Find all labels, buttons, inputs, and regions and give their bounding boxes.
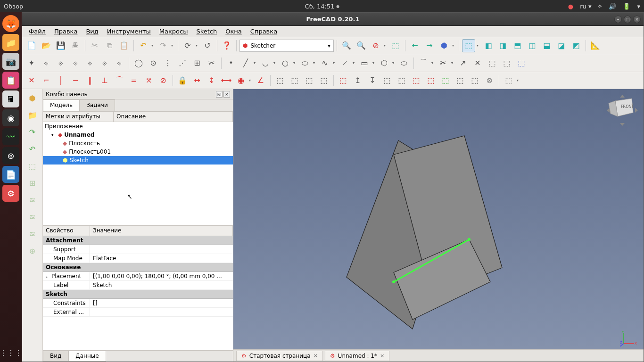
rail-link[interactable]: ⬚ [25, 159, 40, 173]
prop-header-key[interactable]: Свойство [43, 226, 90, 236]
prop-tab-view[interactable]: Вид [43, 351, 68, 362]
battery-icon[interactable]: 🔋 [623, 3, 630, 10]
rail-b4[interactable]: ⊕ [25, 244, 40, 258]
tree-item-plane1[interactable]: ◆Плоскость [43, 139, 233, 148]
menu-help[interactable]: Справка [247, 27, 281, 36]
geo-slot[interactable]: ⬭ [397, 57, 411, 70]
menu-macros[interactable]: Макросы [156, 27, 192, 36]
tree-doc-row[interactable]: ▾◆Unnamed [43, 131, 233, 139]
combo-tab-tasks[interactable]: Задачи [79, 99, 115, 111]
rail-group[interactable]: ⊞ [25, 176, 40, 190]
sk-tool-4[interactable]: ⟐ [69, 57, 82, 70]
sk-tool-9[interactable]: ⊙ [147, 57, 160, 70]
con-distx[interactable]: ↔ [190, 74, 204, 87]
window-close[interactable]: × [633, 16, 641, 23]
workbench-selector[interactable]: ⬢ Sketcher ▾ [239, 40, 334, 52]
nav-fwd-button[interactable]: → [423, 39, 436, 52]
clock[interactable]: Сб, 14:51 [305, 3, 339, 10]
view-front-button[interactable]: ◨ [496, 39, 510, 52]
geo-polygon[interactable]: ⬡ [378, 57, 391, 70]
combo-tab-model[interactable]: Модель [43, 99, 80, 111]
sk-validate-1[interactable]: ⬚ [410, 74, 423, 87]
view-iso-button[interactable]: ⬚ [462, 39, 475, 52]
geo-carbon[interactable]: ⬚ [500, 57, 513, 70]
view-right-button[interactable]: ◫ [526, 39, 539, 52]
menu-tools[interactable]: Инструменты [103, 27, 155, 36]
con-lock[interactable]: 🔒 [176, 74, 189, 87]
combo-dock-button[interactable]: ◱ [216, 91, 223, 98]
screen-record-icon[interactable]: ● [568, 3, 573, 10]
geo-split[interactable]: ✕ [471, 57, 484, 70]
rail-b2[interactable]: ≋ [25, 210, 40, 224]
tree-header-labels[interactable]: Метки и атрибуты [43, 112, 114, 122]
geo-circle[interactable]: ○ [279, 57, 292, 70]
sk-view-2[interactable]: ⬚ [288, 74, 301, 87]
bbox-button[interactable]: ⬚ [389, 39, 402, 52]
prop-external[interactable]: External ... [43, 308, 233, 317]
sk-tool-10[interactable]: ⋮ [161, 57, 174, 70]
rail-b1[interactable]: ≋ [25, 193, 40, 207]
sk-tool-7[interactable]: ⟐ [113, 57, 126, 70]
view-top-button[interactable]: ⬒ [511, 39, 524, 52]
cut-button[interactable]: ✂ [88, 39, 101, 52]
sk-edit-1[interactable]: ⬚ [337, 74, 350, 87]
con-point-on[interactable]: ⌐ [40, 74, 53, 87]
undo-button[interactable]: ↶ [137, 39, 150, 52]
sk-validate-3[interactable]: ⬚ [439, 74, 452, 87]
prop-header-val[interactable]: Значение [90, 226, 233, 236]
tree-header-desc[interactable]: Описание [114, 112, 233, 122]
con-angle[interactable]: ∠ [254, 74, 267, 87]
sk-edit-3[interactable]: ↧ [366, 74, 379, 87]
rail-part[interactable]: ⬢ [25, 91, 40, 105]
rail-import[interactable]: ↷ [25, 125, 40, 139]
sk-view-3[interactable]: ⬚ [303, 74, 316, 87]
close-icon[interactable]: × [314, 353, 318, 359]
close-icon[interactable]: × [380, 353, 384, 359]
view-left-button[interactable]: ◩ [570, 39, 583, 52]
link-nav-button[interactable]: ⬢ [438, 39, 451, 52]
geo-bspline[interactable]: ∿ [318, 57, 331, 70]
tree-app-row[interactable]: Приложение [43, 122, 233, 131]
zoom-sel-button[interactable]: 🔍 [355, 39, 368, 52]
sk-validate-4[interactable]: ⬚ [454, 74, 467, 87]
doc-tab-start[interactable]: ⚙Стартовая страница× [236, 351, 323, 361]
dock-obs[interactable]: ◉ [2, 109, 19, 126]
con-equal[interactable]: = [127, 74, 140, 87]
macro-button[interactable]: ↺ [201, 39, 214, 52]
con-radius[interactable]: ◉ [234, 74, 248, 87]
dock-calculator[interactable]: 🖩 [2, 90, 19, 107]
dock-libreoffice[interactable]: 📄 [2, 166, 19, 183]
con-tangent[interactable]: ⌒ [113, 74, 126, 87]
sk-tool-3[interactable]: ⟐ [54, 57, 67, 70]
prop-tab-data[interactable]: Данные [68, 351, 106, 362]
system-menu-arrow[interactable]: ▾ [637, 3, 640, 10]
prop-placement[interactable]: ▸Placement[(1,00 0,00 0,00); 180,00 °; (… [43, 272, 233, 281]
rail-export[interactable]: ↶ [25, 142, 40, 156]
print-button[interactable]: 🖶 [69, 39, 82, 52]
menu-windows[interactable]: Окна [222, 27, 246, 36]
view-rear-button[interactable]: ⬓ [540, 39, 553, 52]
sk-view-4[interactable]: ⬚ [317, 74, 330, 87]
rail-folder[interactable]: 📁 [25, 108, 40, 122]
prop-label[interactable]: LabelSketch [43, 281, 233, 290]
dock-firefox[interactable]: 🦊 [2, 15, 19, 32]
dock-files[interactable]: 📁 [2, 34, 19, 51]
con-perpendicular[interactable]: ⊥ [98, 74, 111, 87]
dock-monitor[interactable]: 〰 [2, 128, 19, 145]
volume-icon[interactable]: 🔊 [609, 3, 616, 10]
sk-edit-5[interactable]: ⬚ [395, 74, 408, 87]
wifi-icon[interactable]: ⟡ [598, 2, 602, 10]
dock-screenshot[interactable]: 📷 [2, 53, 19, 70]
geo-extend[interactable]: ↗ [456, 57, 470, 70]
menu-file[interactable]: Файл [25, 27, 50, 36]
paste-button[interactable]: 📋 [117, 39, 131, 52]
geo-point[interactable]: • [224, 57, 238, 70]
sk-edit-2[interactable]: ↥ [351, 74, 364, 87]
sk-edit-4[interactable]: ⬚ [380, 74, 394, 87]
geo-ellipse[interactable]: ⬭ [298, 57, 312, 70]
con-coincident[interactable]: ✕ [25, 74, 38, 87]
sk-tool-12[interactable]: ⊞ [190, 57, 204, 70]
sk-tool-2[interactable]: ⟐ [40, 57, 53, 70]
input-lang[interactable]: ru ▾ [580, 3, 591, 10]
prop-mapmode[interactable]: Map ModeFlatFace [43, 254, 233, 263]
